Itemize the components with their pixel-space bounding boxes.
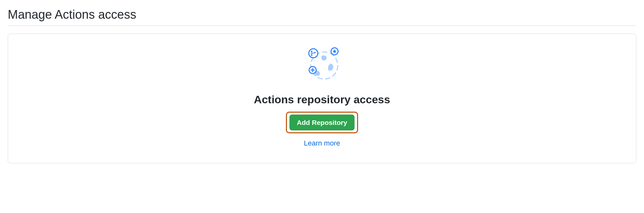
globe-network-icon	[304, 47, 340, 80]
actions-access-panel: Actions repository access Add Repository…	[8, 34, 636, 163]
learn-more-link[interactable]: Learn more	[304, 139, 340, 147]
add-repository-button[interactable]: Add Repository	[289, 115, 355, 130]
section-title: Manage Actions access	[8, 8, 636, 26]
add-repository-highlight: Add Repository	[286, 112, 358, 133]
card-heading: Actions repository access	[254, 93, 390, 106]
